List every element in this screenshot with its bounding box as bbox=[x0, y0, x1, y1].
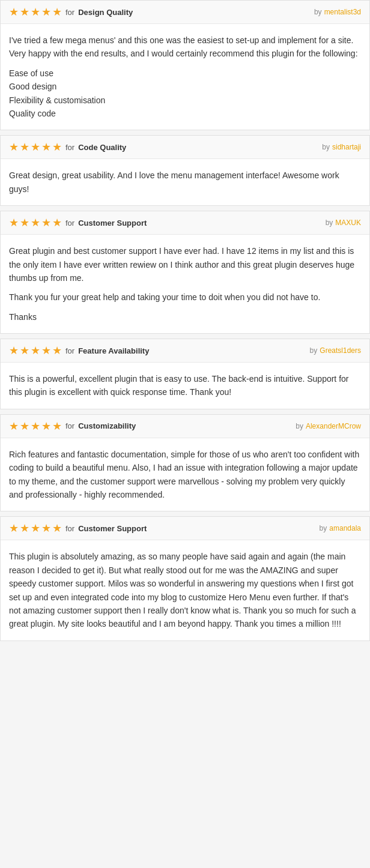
review-category: Customer Support bbox=[78, 524, 147, 533]
star-icon: ★ bbox=[31, 421, 40, 432]
review-category: Design Quality bbox=[78, 8, 133, 17]
star-rating: ★★★★★ bbox=[9, 523, 62, 534]
review-author-section: bymentalist3d bbox=[314, 8, 361, 16]
author-link[interactable]: MAXUK bbox=[335, 219, 361, 227]
author-link[interactable]: mentalist3d bbox=[324, 8, 361, 16]
star-icon: ★ bbox=[20, 523, 29, 534]
review-paragraph: Ease of useGood designFlexibility & cust… bbox=[9, 67, 361, 121]
review-header-left: ★★★★★forCustomer Support bbox=[9, 523, 147, 534]
review-author-section: byamandala bbox=[320, 524, 361, 532]
star-icon: ★ bbox=[41, 142, 51, 152]
review-header: ★★★★★forCode Qualitybysidhartaji bbox=[1, 136, 369, 159]
star-icon: ★ bbox=[20, 421, 29, 432]
review-author-section: byMAXUK bbox=[326, 219, 361, 227]
review-header-left: ★★★★★forCustomer Support bbox=[9, 217, 147, 228]
star-rating: ★★★★★ bbox=[9, 7, 62, 17]
star-icon: ★ bbox=[41, 7, 51, 17]
star-icon: ★ bbox=[9, 421, 19, 432]
star-icon: ★ bbox=[9, 142, 19, 152]
review-header: ★★★★★forDesign Qualitybymentalist3d bbox=[1, 1, 369, 24]
star-icon: ★ bbox=[9, 523, 19, 534]
review-card: ★★★★★forCode QualitybysidhartajiGreat de… bbox=[0, 135, 370, 206]
by-label: by bbox=[322, 143, 330, 151]
for-label: for bbox=[65, 8, 74, 17]
review-paragraph: Thank you fur your great help and taking… bbox=[9, 291, 361, 304]
star-icon: ★ bbox=[31, 142, 40, 152]
author-link[interactable]: Greatsl1ders bbox=[320, 346, 361, 355]
review-header: ★★★★★forCustomizabilitybyAlexanderMCrow bbox=[1, 415, 369, 438]
star-icon: ★ bbox=[20, 142, 29, 152]
star-icon: ★ bbox=[41, 523, 51, 534]
star-icon: ★ bbox=[41, 421, 51, 432]
review-body: I've tried a few mega menus' and this on… bbox=[1, 24, 369, 130]
star-icon: ★ bbox=[52, 421, 62, 432]
review-header: ★★★★★forCustomer SupportbyMAXUK bbox=[1, 211, 369, 235]
star-icon: ★ bbox=[9, 345, 19, 356]
review-paragraph: This is a powerful, excellent plugin tha… bbox=[9, 372, 361, 399]
for-label: for bbox=[65, 421, 74, 430]
review-body: Rich features and fantastic documentatio… bbox=[1, 438, 369, 511]
review-category: Customer Support bbox=[78, 219, 147, 228]
review-paragraph: Thanks bbox=[9, 310, 361, 324]
review-header-left: ★★★★★forCode Quality bbox=[9, 142, 126, 152]
author-link[interactable]: AlexanderMCrow bbox=[306, 422, 361, 430]
review-paragraph: Great plugin and best customer support I… bbox=[9, 244, 361, 285]
by-label: by bbox=[310, 346, 318, 355]
review-header-left: ★★★★★forCustomizability bbox=[9, 421, 136, 432]
star-icon: ★ bbox=[31, 345, 40, 356]
star-icon: ★ bbox=[31, 7, 40, 17]
by-label: by bbox=[326, 219, 333, 227]
review-author-section: byAlexanderMCrow bbox=[296, 422, 361, 430]
for-label: for bbox=[65, 219, 74, 228]
review-paragraph: I've tried a few mega menus' and this on… bbox=[9, 34, 361, 61]
review-card: ★★★★★forDesign Qualitybymentalist3dI've … bbox=[0, 0, 370, 130]
for-label: for bbox=[65, 143, 74, 152]
by-label: by bbox=[296, 422, 303, 430]
review-paragraph: Great design, great usability. And I lov… bbox=[9, 169, 361, 196]
star-rating: ★★★★★ bbox=[9, 421, 62, 432]
review-paragraph: Rich features and fantastic documentatio… bbox=[9, 448, 361, 502]
by-label: by bbox=[314, 8, 322, 16]
star-icon: ★ bbox=[9, 217, 19, 228]
star-icon: ★ bbox=[52, 7, 62, 17]
star-icon: ★ bbox=[52, 345, 62, 356]
star-icon: ★ bbox=[41, 345, 51, 356]
by-label: by bbox=[320, 524, 327, 532]
review-header-left: ★★★★★forDesign Quality bbox=[9, 7, 133, 17]
for-label: for bbox=[65, 524, 74, 533]
review-header: ★★★★★forFeature AvailabilitybyGreatsl1de… bbox=[1, 339, 369, 363]
review-author-section: bysidhartaji bbox=[322, 143, 361, 151]
star-icon: ★ bbox=[31, 217, 40, 228]
review-paragraph: This plugin is absolutely amazing, as so… bbox=[9, 550, 361, 630]
author-link[interactable]: sidhartaji bbox=[332, 143, 361, 151]
review-body: This is a powerful, excellent plugin tha… bbox=[1, 363, 369, 409]
reviews-container: ★★★★★forDesign Qualitybymentalist3dI've … bbox=[0, 0, 370, 641]
review-body: Great design, great usability. And I lov… bbox=[1, 159, 369, 205]
author-link[interactable]: amandala bbox=[329, 524, 361, 532]
star-icon: ★ bbox=[9, 7, 19, 17]
star-icon: ★ bbox=[41, 217, 51, 228]
star-icon: ★ bbox=[20, 7, 29, 17]
star-icon: ★ bbox=[52, 217, 62, 228]
review-header: ★★★★★forCustomer Supportbyamandala bbox=[1, 517, 369, 540]
star-icon: ★ bbox=[31, 523, 40, 534]
review-category: Feature Availability bbox=[78, 346, 149, 355]
review-header-left: ★★★★★forFeature Availability bbox=[9, 345, 149, 356]
star-icon: ★ bbox=[52, 523, 62, 534]
review-author-section: byGreatsl1ders bbox=[310, 346, 361, 355]
star-rating: ★★★★★ bbox=[9, 345, 62, 356]
star-icon: ★ bbox=[20, 217, 29, 228]
review-body: This plugin is absolutely amazing, as so… bbox=[1, 540, 369, 640]
review-category: Code Quality bbox=[78, 143, 126, 152]
star-rating: ★★★★★ bbox=[9, 142, 62, 152]
star-icon: ★ bbox=[20, 345, 29, 356]
review-body: Great plugin and best customer support I… bbox=[1, 235, 369, 333]
review-card: ★★★★★forCustomizabilitybyAlexanderMCrowR… bbox=[0, 414, 370, 512]
review-card: ★★★★★forCustomer SupportbyMAXUKGreat plu… bbox=[0, 211, 370, 334]
review-card: ★★★★★forCustomer SupportbyamandalaThis p… bbox=[0, 516, 370, 640]
review-card: ★★★★★forFeature AvailabilitybyGreatsl1de… bbox=[0, 339, 370, 409]
star-icon: ★ bbox=[52, 142, 62, 152]
for-label: for bbox=[65, 346, 74, 355]
star-rating: ★★★★★ bbox=[9, 217, 62, 228]
review-category: Customizability bbox=[78, 421, 136, 430]
